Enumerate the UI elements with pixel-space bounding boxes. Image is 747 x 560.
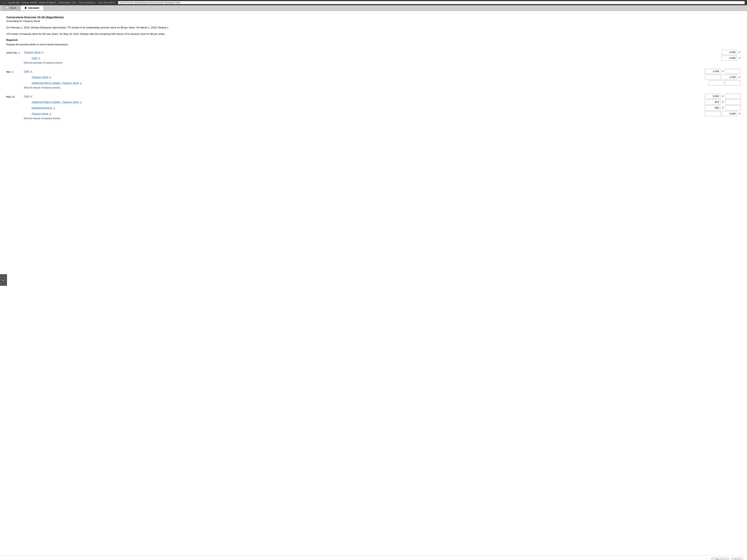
may10-debit3-amount-area: 690 ✓ xyxy=(705,105,741,110)
may10-debit2-empty[interactable] xyxy=(725,100,741,105)
browser-url[interactable]: main.do?invoker=&takeAssignmentSessionLo… xyxy=(118,1,745,4)
mar1-credit1-amount-area: 2,430 ✓ xyxy=(705,75,741,80)
may10-debit1-box[interactable]: 3,000 xyxy=(705,94,720,99)
main-content: Cornerstone Exercise 10-28 (Algorithmic)… xyxy=(0,11,747,555)
tab-bar: 📖 eBook 🖩 Calculator xyxy=(0,5,747,11)
feb1-cash-label: Cash xyxy=(31,57,37,59)
mar1-credit2-credit-box[interactable] xyxy=(725,80,741,85)
feb1-credit-greencheck: ✓ xyxy=(738,56,741,60)
mar1-debit-box[interactable]: 3,240 xyxy=(705,69,720,74)
mar1-credit1-box[interactable]: 2,430 xyxy=(722,75,737,80)
entry-group-feb1: 2019 Feb. 1 Treasury Stock ✓ 6,930 ✓ Cas… xyxy=(6,50,741,64)
tab-ebook-label: eBook xyxy=(10,7,16,9)
mar1-credit2-check: ✓ xyxy=(80,81,82,85)
may10-apic-label: Additional Paid-In Capital - Treasury St… xyxy=(31,101,79,103)
bookmark-racial-bias[interactable]: There's racial bias i... xyxy=(79,2,97,4)
calculator-icon: 🖩 xyxy=(25,7,27,9)
may10-debit2-row: Additional Paid-In Capital - Treasury St… xyxy=(6,100,741,105)
may10-treasury-link[interactable]: Treasury Stock ✓ xyxy=(31,112,52,115)
mar1-credit2-row: Additional Paid-In Capital - Treasury St… xyxy=(6,80,741,85)
next-button[interactable]: Next xyxy=(731,558,743,560)
feb1-credit-amount-area: 6,930 ✓ xyxy=(705,56,741,61)
may10-debit1-empty[interactable] xyxy=(725,94,741,99)
mar1-apic-link[interactable]: Additional Paid-In Capital - Treasury St… xyxy=(31,81,82,85)
may10-credit-amount-area: 4,500 ✓ xyxy=(705,111,741,116)
mar1-credit1-greencheck: ✓ xyxy=(738,75,741,79)
feb1-cash-link[interactable]: Cash ✓ xyxy=(31,57,41,60)
may10-debit2-greencheck: ✓ xyxy=(722,100,724,104)
left-nav-arrow[interactable]: ‹ xyxy=(0,274,7,286)
tab-ebook[interactable]: 📖 eBook xyxy=(2,5,20,10)
exercise-description-2: 270 shares of treasury stock for $12 per… xyxy=(6,32,741,36)
feb1-debit-amount-area: 6,930 ✓ xyxy=(722,50,741,55)
mar1-debit-row: Mar. 1 Cash ✓ 3,240 ✓ xyxy=(6,69,741,74)
mar1-credit1-debit-spacer[interactable] xyxy=(705,75,720,80)
required-label: Required: xyxy=(6,38,741,42)
may10-cash-account: Cash ✓ xyxy=(24,95,701,98)
mar1-treasury-label: Treasury Stock xyxy=(31,76,48,79)
may10-credit-debit-spacer[interactable] xyxy=(705,111,720,116)
may10-debit2-check: ✓ xyxy=(80,101,82,104)
mar1-debit-amount-area: 3,240 ✓ xyxy=(705,69,741,74)
mar1-debit-empty-box[interactable] xyxy=(725,69,741,74)
left-arrow-icon: ‹ xyxy=(3,278,4,282)
may10-debit3-greencheck: ✓ xyxy=(722,106,724,110)
next-label: Next xyxy=(735,559,740,560)
may10-note: (Record reissue of treasury shares) xyxy=(6,117,741,120)
mar1-apic-account: Additional Paid-In Capital - Treasury St… xyxy=(24,81,704,85)
may10-retained-earnings-label: Retained Earnings xyxy=(31,106,52,109)
mar1-treasury-link[interactable]: Treasury Stock ✓ xyxy=(31,76,52,79)
entry-group-may10: May 10 Cash ✓ 3,000 ✓ Additional Paid-In… xyxy=(6,94,741,120)
feb1-treasury-stock-link[interactable]: Treasury Stock ✓ xyxy=(24,51,44,54)
may10-debit1-greencheck: ✓ xyxy=(722,94,724,98)
may10-treasury-account: Treasury Stock ✓ xyxy=(24,112,701,115)
may10-treasury-label: Treasury Stock xyxy=(31,112,48,115)
feb1-debit-account: Treasury Stock ✓ xyxy=(24,51,718,54)
mar1-credit1-row: Treasury Stock ✓ 2,430 ✓ xyxy=(6,75,741,80)
may10-debit2-box[interactable]: 810 xyxy=(705,100,720,105)
feb1-credit-box[interactable]: 6,930 xyxy=(722,56,737,61)
feb1-treasury-stock-label: Treasury Stock xyxy=(24,51,41,54)
may10-debit3-empty[interactable] xyxy=(725,105,741,110)
feb1-debit-greencheck: ✓ xyxy=(738,50,741,54)
bookmark-log-into-jwu[interactable]: Log Into JWU xyxy=(8,2,20,4)
feb1-credit-row: Cash ✓ 6,930 ✓ xyxy=(6,56,741,61)
mar1-credit1-date-spacer xyxy=(6,77,24,78)
mar1-credit1-check: ✓ xyxy=(49,76,52,79)
bookmark-johnson-wales[interactable]: Johnson & Wales P... xyxy=(39,2,57,4)
may10-apic-account: Additional Paid-In Capital - Treasury St… xyxy=(24,100,701,104)
may10-debit1-row: May 10 Cash ✓ 3,000 ✓ xyxy=(6,94,741,99)
browser-icon: r f... xyxy=(2,2,6,4)
mar1-debit-greencheck: ✓ xyxy=(722,70,724,73)
tab-calculator-label: Calculator xyxy=(28,7,40,9)
may10-credit-row: Treasury Stock ✓ 4,500 ✓ xyxy=(6,111,741,116)
feb1-credit-date-spacer xyxy=(6,58,24,59)
may10-debit3-row: Retained Earnings ✓ 690 ✓ xyxy=(6,105,741,110)
mar1-credit2-debit-box[interactable] xyxy=(709,80,724,85)
bookmark-more-than-half[interactable]: More Than Half Of... xyxy=(99,2,116,4)
may10-credit-check: ✓ xyxy=(49,112,52,115)
mar1-credit2-amount-area xyxy=(709,80,741,85)
mar1-cash-link[interactable]: Cash ✓ xyxy=(24,70,33,73)
may10-credit-greencheck: ✓ xyxy=(738,112,741,115)
mar1-cash-label: Cash xyxy=(24,70,30,73)
tab-calculator[interactable]: 🖩 Calculator xyxy=(20,5,44,10)
chevron-left-icon: ‹ xyxy=(715,559,715,560)
bookmark-grammar-checker[interactable]: Grammar Checker xyxy=(21,2,37,4)
bookmark-shared-album[interactable]: Shared album - Dor... xyxy=(59,2,77,4)
may10-debit3-box[interactable]: 690 xyxy=(705,105,720,110)
may10-retained-earnings-account: Retained Earnings ✓ xyxy=(24,106,701,109)
may10-apic-link[interactable]: Additional Paid-In Capital - Treasury St… xyxy=(31,101,82,104)
may10-debit3-date-spacer xyxy=(6,107,24,108)
bottom-nav: ‹ Previous Next xyxy=(0,555,747,560)
exercise-description-1: On February 1, 2019, Destiny Enterprise … xyxy=(6,26,741,30)
exercise-title: Cornerstone Exercise 10-28 (Algorithmic) xyxy=(6,16,741,19)
may10-retained-earnings-link[interactable]: Retained Earnings ✓ xyxy=(31,106,55,109)
may10-cash-link[interactable]: Cash ✓ xyxy=(24,95,33,98)
prepare-label: Prepare the journal entries to record th… xyxy=(6,43,741,46)
feb1-debit-box[interactable]: 6,930 xyxy=(722,50,737,55)
may10-debit1-check: ✓ xyxy=(30,95,33,98)
may10-debit3-check: ✓ xyxy=(53,106,55,109)
may10-credit-box[interactable]: 4,500 xyxy=(722,111,737,116)
previous-button[interactable]: ‹ Previous xyxy=(711,558,729,560)
